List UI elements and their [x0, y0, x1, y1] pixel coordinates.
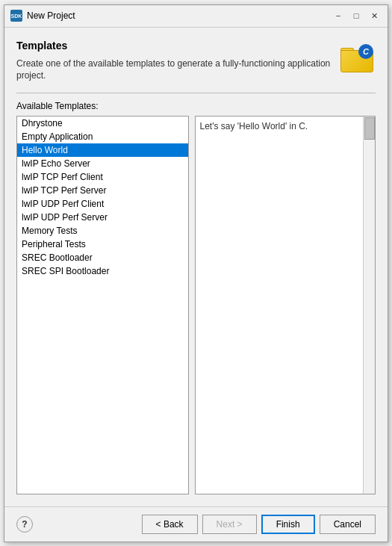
- footer-buttons: < Back Next > Finish Cancel: [142, 515, 376, 534]
- next-button[interactable]: Next >: [202, 515, 257, 534]
- description-text: Let's say 'Hello World' in C.: [200, 121, 308, 131]
- header-text: Templates Create one of the available te…: [16, 40, 331, 83]
- list-item-peripheral-tests[interactable]: Peripheral Tests: [17, 238, 188, 251]
- list-item[interactable]: Dhrystone: [17, 117, 188, 130]
- sdk-icon: SDK: [10, 10, 22, 22]
- scrollbar-thumb[interactable]: [364, 117, 375, 140]
- footer-left: ?: [16, 516, 33, 533]
- titlebar: SDK New Project − □ ✕: [4, 5, 388, 28]
- dialog-footer: ? < Back Next > Finish Cancel: [4, 506, 388, 542]
- header-section: Templates Create one of the available te…: [16, 40, 376, 83]
- dialog-title: New Project: [27, 10, 75, 21]
- window-controls: − □ ✕: [331, 9, 382, 22]
- description-scrollbar[interactable]: [363, 117, 375, 493]
- lists-container: Dhrystone Empty Application Hello World …: [16, 116, 376, 494]
- list-item[interactable]: lwIP UDP Perf Server: [17, 211, 188, 224]
- folder-icon: C: [340, 44, 373, 72]
- titlebar-left: SDK New Project: [10, 10, 75, 22]
- header-separator: [16, 93, 376, 93]
- c-language-badge: C: [358, 44, 373, 59]
- list-item[interactable]: lwIP Echo Server: [17, 157, 188, 170]
- list-item[interactable]: SREC Bootloader: [17, 251, 188, 264]
- list-item[interactable]: SREC SPI Bootloader: [17, 264, 188, 278]
- section-title: Templates: [16, 40, 331, 52]
- cancel-button[interactable]: Cancel: [320, 515, 376, 534]
- template-description: Let's say 'Hello World' in C.: [195, 116, 376, 494]
- list-item[interactable]: lwIP TCP Perf Client: [17, 170, 188, 184]
- list-item-selected[interactable]: Hello World: [17, 143, 188, 157]
- minimize-button[interactable]: −: [331, 9, 346, 22]
- new-project-dialog: SDK New Project − □ ✕ Templates Create o…: [4, 4, 388, 542]
- section-description: Create one of the available templates to…: [16, 58, 331, 83]
- templates-label: Available Templates:: [16, 101, 376, 111]
- templates-list[interactable]: Dhrystone Empty Application Hello World …: [16, 116, 189, 494]
- close-button[interactable]: ✕: [367, 9, 382, 22]
- list-item[interactable]: lwIP UDP Perf Client: [17, 197, 188, 211]
- list-item[interactable]: Empty Application: [17, 130, 188, 143]
- maximize-button[interactable]: □: [349, 9, 364, 22]
- finish-button[interactable]: Finish: [261, 515, 315, 534]
- help-button[interactable]: ?: [16, 516, 33, 533]
- list-item-memory-tests[interactable]: Memory Tests: [17, 224, 188, 238]
- back-button[interactable]: < Back: [142, 515, 198, 534]
- template-icon: C: [338, 40, 376, 77]
- dialog-content: Templates Create one of the available te…: [4, 28, 388, 500]
- list-item[interactable]: lwIP TCP Perf Server: [17, 184, 188, 197]
